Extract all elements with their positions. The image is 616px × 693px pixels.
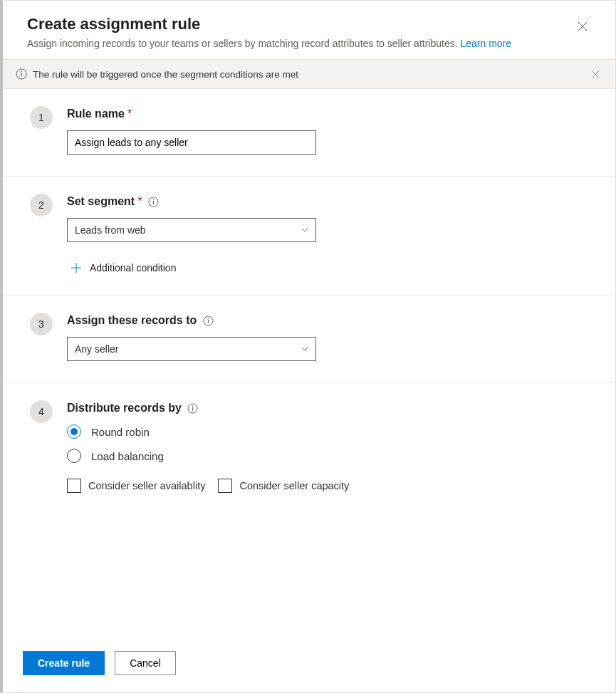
checkbox-capacity[interactable]: Consider seller capacity: [218, 479, 349, 493]
step-number: 2: [30, 194, 53, 217]
info-icon[interactable]: [202, 315, 214, 326]
info-dismiss-button[interactable]: [588, 67, 602, 81]
step-number: 4: [30, 400, 53, 423]
cancel-button[interactable]: Cancel: [115, 651, 176, 675]
segment-select[interactable]: Leads from web: [67, 218, 316, 242]
radio-icon: [67, 449, 81, 463]
assign-to-select[interactable]: Any seller: [67, 337, 316, 361]
info-message: The rule will be triggered once the segm…: [33, 69, 588, 80]
close-icon: [592, 71, 600, 78]
radio-load-balancing[interactable]: Load balancing: [67, 449, 594, 463]
checkbox-icon: [218, 479, 232, 493]
close-icon: [578, 21, 588, 31]
close-button[interactable]: [571, 15, 594, 38]
label-text: Set segment: [67, 195, 135, 208]
info-icon[interactable]: [147, 196, 159, 207]
learn-more-link[interactable]: Learn more: [460, 38, 511, 49]
svg-point-4: [153, 199, 155, 200]
svg-rect-8: [208, 320, 209, 323]
info-icon: [16, 68, 27, 80]
panel-header: Create assignment rule Assign incoming r…: [3, 1, 615, 59]
radio-round-robin[interactable]: Round robin: [67, 424, 594, 439]
label-text: Assign these records to: [67, 314, 197, 327]
field-label: Assign these records to: [67, 314, 594, 327]
additional-condition-button[interactable]: Additional condition: [71, 262, 594, 273]
label-text: Rule name: [67, 108, 125, 120]
svg-point-1: [21, 71, 22, 73]
info-bar: The rule will be triggered once the segm…: [3, 59, 615, 89]
section-rule-name: 1 Rule name *: [3, 89, 615, 177]
field-label: Set segment *: [67, 195, 594, 208]
field-label: Distribute records by: [67, 402, 594, 415]
additional-condition-label: Additional condition: [90, 262, 176, 273]
required-indicator: *: [127, 108, 132, 120]
svg-point-7: [207, 318, 209, 319]
create-assignment-rule-panel: Create assignment rule Assign incoming r…: [0, 0, 616, 693]
section-distribute: 4 Distribute records by Round robin Load…: [3, 383, 615, 514]
plus-icon: [71, 263, 81, 273]
section-assign-to: 3 Assign these records to Any seller: [3, 296, 615, 383]
svg-rect-11: [192, 407, 193, 411]
checkbox-icon: [67, 479, 81, 493]
select-value: Leads from web: [75, 224, 146, 236]
step-number: 1: [30, 106, 53, 129]
radio-icon: [67, 424, 81, 439]
panel-title: Create assignment rule: [27, 15, 571, 33]
panel-subtitle: Assign incoming records to your teams or…: [27, 38, 571, 49]
svg-point-10: [192, 405, 194, 407]
create-rule-button[interactable]: Create rule: [23, 651, 105, 675]
step-number: 3: [30, 313, 53, 335]
rule-name-input[interactable]: [67, 130, 316, 155]
subtitle-text: Assign incoming records to your teams or…: [27, 38, 458, 49]
checkbox-availability[interactable]: Consider seller availablity: [67, 479, 205, 493]
field-label: Rule name *: [67, 108, 594, 120]
select-value: Any seller: [75, 343, 118, 355]
section-set-segment: 2 Set segment * Leads from web: [3, 177, 615, 296]
required-indicator: *: [137, 195, 142, 208]
checkbox-label: Consider seller availablity: [88, 480, 205, 491]
svg-rect-2: [21, 73, 21, 77]
svg-rect-5: [153, 201, 154, 204]
label-text: Distribute records by: [67, 402, 182, 415]
info-icon[interactable]: [187, 402, 199, 414]
panel-footer: Create rule Cancel: [3, 635, 615, 692]
radio-label: Load balancing: [91, 450, 164, 462]
checkbox-label: Consider seller capacity: [239, 480, 349, 491]
radio-label: Round robin: [91, 426, 150, 438]
